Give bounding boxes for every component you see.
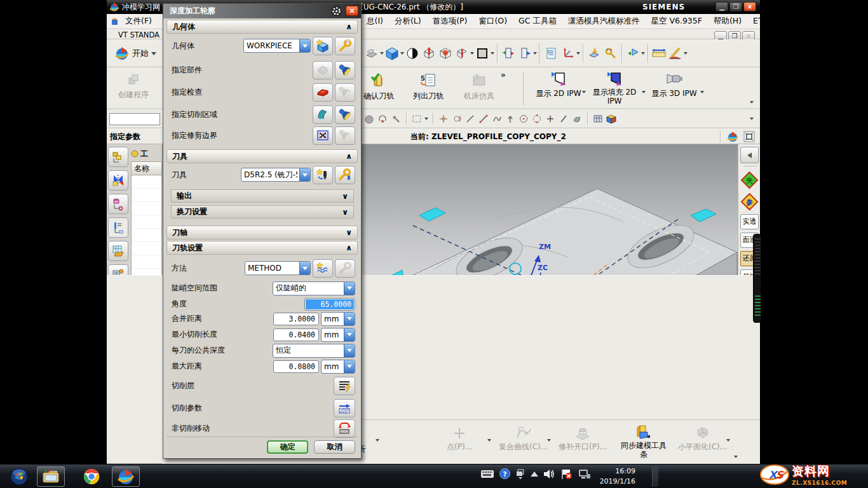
menu-xingkong[interactable]: 星空 V6.935F <box>645 16 708 27</box>
geometry-section-header[interactable]: 几何体 ∧ <box>166 20 358 34</box>
point-caret-icon[interactable] <box>487 439 491 442</box>
cut-levels-button[interactable] <box>334 377 355 395</box>
geometry-collapse-icon[interactable]: ∧ <box>346 22 352 31</box>
touch-select-icon[interactable] <box>586 45 602 62</box>
viewsync-caret-icon[interactable] <box>641 52 645 55</box>
window-restore-button[interactable]: ❐ <box>729 2 742 11</box>
cube-section-icon[interactable] <box>437 45 454 62</box>
merge-distance-input[interactable]: 3.0000 <box>273 313 319 325</box>
curve-tool-icon[interactable] <box>491 113 503 125</box>
output-expand-icon[interactable]: ∨ <box>342 192 348 201</box>
taskbar-clock[interactable]: 16:09 2019/1/16 <box>600 466 635 487</box>
param-diamond-button[interactable]: 参 <box>740 193 759 211</box>
menu-mold-standard[interactable]: 潇洒模具汽模标准件 <box>562 16 646 27</box>
menu-window[interactable]: 窗口(O) <box>473 16 513 27</box>
line2-tool-icon[interactable] <box>478 113 489 125</box>
datum-pin2-icon[interactable] <box>454 45 470 62</box>
show-desktop-button[interactable] <box>652 466 658 487</box>
clamp-diamond-button[interactable]: 夹 <box>740 171 759 189</box>
edit-tool-button[interactable] <box>335 166 355 184</box>
pane-caret-icon[interactable] <box>533 52 537 55</box>
select-trim-button[interactable] <box>335 126 355 145</box>
resource-tab-geometry-icon[interactable] <box>108 194 128 214</box>
key-palette-icon[interactable] <box>602 45 619 62</box>
listing-icon[interactable] <box>543 45 560 62</box>
tool-change-expand-icon[interactable]: ∨ <box>342 208 348 217</box>
menu-preferences[interactable]: 首选项(P) <box>427 16 473 27</box>
pane-left-icon[interactable] <box>500 45 517 62</box>
select-part-button[interactable] <box>335 61 355 79</box>
resource-tab-create-icon[interactable] <box>108 147 128 167</box>
line-tool-icon[interactable] <box>465 113 476 125</box>
menu-file[interactable]: 文件(F) <box>119 16 158 27</box>
ruler-icon[interactable] <box>651 45 667 62</box>
window-minimize-button[interactable]: ▁ <box>715 2 728 11</box>
cut-params-button[interactable] <box>334 399 355 417</box>
csys-caret-icon[interactable] <box>576 52 580 55</box>
cancel-button[interactable]: 取消 <box>314 440 355 454</box>
window-close-button[interactable]: × <box>743 2 756 11</box>
circle-dashed-icon[interactable] <box>531 113 543 125</box>
clamshell-view-icon[interactable] <box>363 45 380 62</box>
toolbar-overflow-chevron[interactable]: » <box>501 71 506 79</box>
specify-trim-boundary-button[interactable] <box>313 126 333 145</box>
ipwfill-caret-icon[interactable] <box>642 91 646 93</box>
facet-caret-icon[interactable] <box>726 439 730 442</box>
specify-part-geometry-button[interactable] <box>313 61 333 79</box>
axis-up-icon[interactable] <box>505 113 516 125</box>
common-depth-select[interactable]: 恒定 <box>273 344 355 358</box>
method-select[interactable]: METHOD <box>245 261 311 275</box>
rightbar-collapse-button[interactable] <box>740 147 759 163</box>
tray-volume-icon[interactable] <box>544 469 555 479</box>
taskbar-explorer-button[interactable] <box>37 466 65 487</box>
resource-tab-tool-icon[interactable] <box>108 217 128 238</box>
datum-pin-icon[interactable] <box>421 45 437 62</box>
list-toolpath-button[interactable]: 5 列出刀轨 <box>413 72 444 102</box>
machine-sim-button[interactable]: 机床仿真 <box>464 72 494 102</box>
flat-view-icon[interactable] <box>474 45 491 62</box>
new-tool-button[interactable] <box>313 166 333 184</box>
start-button[interactable] <box>5 466 33 487</box>
toolbar2-options-caret-icon[interactable] <box>750 101 754 104</box>
tray-keyboard-icon[interactable] <box>481 470 494 478</box>
max-distance-input[interactable]: 0.0800 <box>273 360 319 373</box>
facet-button[interactable]: 小平面化(C)... <box>678 425 727 452</box>
rotate-handle-icon[interactable] <box>451 113 463 125</box>
non-cutting-moves-button[interactable] <box>334 419 355 438</box>
face-select-icon[interactable] <box>571 113 583 125</box>
taskbar-nx-button[interactable] <box>112 466 140 487</box>
nav-tab-label[interactable]: 工 <box>140 149 148 159</box>
geometry-select[interactable]: WORKPIECE <box>243 39 311 53</box>
dialog-title-bar[interactable]: 深度加工轮廓 × <box>163 4 361 18</box>
wcs-cube-icon[interactable] <box>606 113 617 125</box>
ok-button[interactable]: 确定 <box>267 440 308 454</box>
protractor-icon[interactable] <box>667 45 684 62</box>
specify-cut-area-geometry-button[interactable] <box>313 105 333 124</box>
edit-geometry-button[interactable] <box>335 37 355 55</box>
selection-filter-input[interactable] <box>109 113 160 125</box>
ipw2d-caret-icon[interactable] <box>582 91 586 93</box>
menu-et2008[interactable]: ET2008 <box>747 16 789 27</box>
max-unit-select[interactable]: mm <box>321 360 355 374</box>
steep-scope-select[interactable]: 仅陡峭的 <box>273 281 355 295</box>
taskbar-chrome-button[interactable] <box>78 466 105 487</box>
name-column-header[interactable]: 名称 <box>131 161 162 175</box>
tool-collapse-icon[interactable]: ∧ <box>346 152 352 161</box>
show-3d-ipw-button[interactable]: 显示 3D IPW <box>649 71 699 99</box>
menu-gc-toolbox[interactable]: GC 工具箱 <box>513 16 562 27</box>
resource-tab-sheet-icon[interactable] <box>108 241 128 261</box>
composite-curve-button[interactable]: 复合曲线(C)... <box>499 425 548 452</box>
resource-tab-machining-icon[interactable] <box>108 170 128 191</box>
output-subsection[interactable]: 输出 ∨ <box>171 189 354 203</box>
marquee-select-icon[interactable] <box>411 113 423 125</box>
snap-sphere-icon[interactable] <box>363 113 375 125</box>
marquee-caret-icon[interactable] <box>424 118 428 120</box>
analysis-caret-icon[interactable] <box>376 439 379 442</box>
path-settings-section-header[interactable]: 刀轨设置 ∧ <box>166 241 358 255</box>
halfshade-sphere-icon[interactable] <box>404 45 421 62</box>
new-geometry-button[interactable] <box>313 37 333 55</box>
tool-section-header[interactable]: 刀具 ∧ <box>166 149 358 163</box>
nx-badge-icon[interactable] <box>727 131 738 142</box>
select-check-button[interactable] <box>335 83 355 102</box>
ipw3d-caret-icon[interactable] <box>700 91 704 93</box>
